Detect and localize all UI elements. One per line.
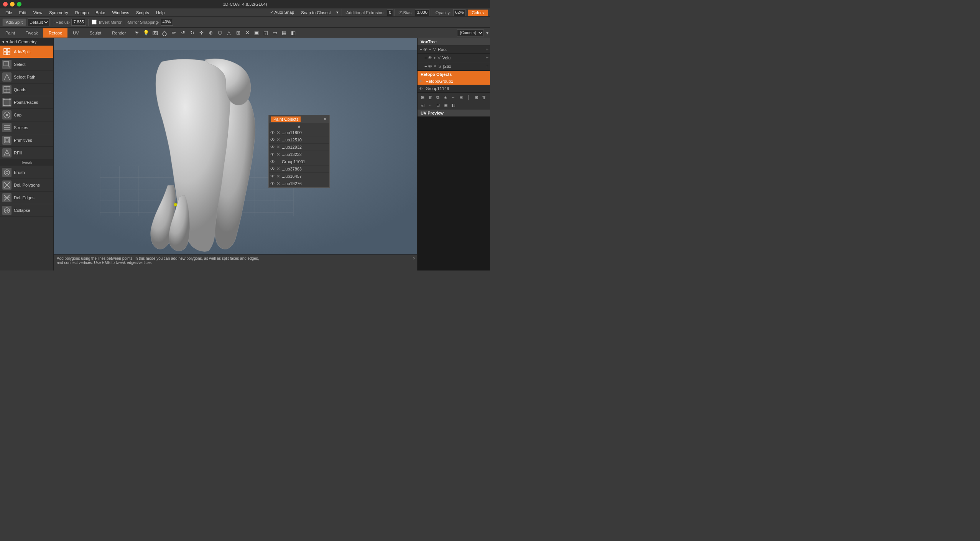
tool-del-edges[interactable]: Del. Edges (0, 192, 53, 204)
radius-value[interactable]: 7.835 (71, 19, 86, 26)
pencil-icon[interactable]: ✏ (169, 29, 178, 37)
popup-eye-5[interactable]: 👁 (270, 166, 275, 172)
minimize-button[interactable] (10, 2, 15, 7)
popup-x-7[interactable]: ✕ (276, 181, 280, 186)
popup-eye-4[interactable]: 👁 (270, 159, 275, 164)
redo-icon[interactable]: ↻ (188, 29, 196, 37)
rt-icon-10[interactable]: ↔ (427, 102, 434, 108)
sun-icon[interactable]: ☀ (133, 29, 141, 37)
tool-points-faces[interactable]: Points/Faces (0, 96, 53, 109)
voxtree-26x-add[interactable]: + (485, 63, 488, 69)
rt-icon-2[interactable]: 🗑 (427, 94, 434, 101)
voxtree-volu[interactable]: − 👁 ● V Volu + (418, 54, 490, 62)
voxtree-root-eye[interactable]: 👁 (423, 47, 428, 52)
tab-sculpt[interactable]: Sculpt (84, 28, 107, 38)
retopo-group1[interactable]: 👁 RetopoGroup1 (418, 78, 490, 85)
light-icon[interactable]: 💡 (142, 29, 150, 37)
move-icon[interactable]: ⊕ (206, 29, 215, 37)
tool-cap[interactable]: Cap (0, 109, 53, 121)
lines-icon[interactable]: ▤ (280, 29, 288, 37)
tool-select-path[interactable]: Select Path (0, 71, 53, 84)
popup-x-2[interactable]: ✕ (276, 144, 280, 150)
rect-icon[interactable]: ▭ (271, 29, 279, 37)
tab-retopo[interactable]: Retopo (43, 28, 67, 38)
triangle-icon[interactable]: △ (225, 29, 233, 37)
tool-brush[interactable]: Brush (0, 166, 53, 179)
split-icon[interactable]: ◧ (289, 29, 298, 37)
voxtree-volu-eye[interactable]: 👁 (428, 56, 432, 60)
menu-symmetry[interactable]: Symmetry (46, 10, 71, 16)
rt-icon-12[interactable]: ▣ (442, 102, 449, 108)
undo-icon[interactable]: ↺ (179, 29, 187, 37)
menu-file[interactable]: File (2, 10, 15, 16)
x-icon[interactable]: ✕ (243, 29, 252, 37)
menu-bake[interactable]: Bake (92, 10, 108, 16)
default-dropdown[interactable]: Default (28, 18, 49, 26)
camera-dropdown-arrow[interactable]: ▾ (486, 30, 488, 36)
popup-x-3[interactable]: ✕ (276, 152, 280, 157)
tab-paint[interactable]: Paint (0, 28, 20, 38)
snap-closest[interactable]: Snap to Closest (298, 10, 334, 16)
popup-eye-2[interactable]: 👁 (270, 144, 275, 150)
rt-icon-5[interactable]: ↔ (450, 94, 457, 101)
add-split-button[interactable]: Add/Split (2, 18, 26, 26)
retopo-group11146[interactable]: 👁 Group11146 (418, 85, 490, 92)
tool-select[interactable]: Select (0, 58, 53, 71)
menu-view[interactable]: View (30, 10, 46, 16)
rt-icon-4[interactable]: ◈ (442, 94, 449, 101)
popup-eye-6[interactable]: 👁 (270, 174, 275, 179)
voxtree-root-add[interactable]: + (485, 46, 488, 52)
popup-x-1[interactable]: ✕ (276, 137, 280, 143)
invert-mirror-checkbox[interactable] (92, 20, 97, 25)
menu-retopo[interactable]: Retopo (72, 10, 92, 16)
rt-icon-8[interactable]: 🗑 (480, 94, 487, 101)
tool-strokes[interactable]: Strokes (0, 121, 53, 134)
popup-eye-7[interactable]: 👁 (270, 181, 275, 186)
menu-scripts[interactable]: Scripts (133, 10, 152, 16)
add-icon[interactable]: ✛ (197, 29, 206, 37)
popup-eye-3[interactable]: 👁 (270, 152, 275, 157)
popup-x-0[interactable]: ✕ (276, 130, 280, 135)
popup-x-5[interactable]: ✕ (276, 166, 280, 172)
rt-icon-3[interactable]: ⧉ (434, 94, 441, 101)
grid-icon[interactable]: ⊞ (234, 29, 242, 37)
voxtree-26x[interactable]: − 👁 ✕ S [26x + (418, 62, 490, 70)
popup-close-button[interactable]: ✕ (323, 116, 327, 122)
rt-icon-9[interactable]: ◱ (419, 102, 426, 108)
rt-icon-11[interactable]: ⊞ (434, 102, 441, 108)
popup-eye-0[interactable]: 👁 (270, 130, 275, 135)
additional-extrusion-value[interactable]: 0 (387, 9, 393, 16)
tab-render[interactable]: Render (107, 28, 131, 38)
square-icon[interactable]: ▣ (252, 29, 261, 37)
tool-primitives[interactable]: Primitives (0, 134, 53, 147)
menu-help[interactable]: Help (153, 10, 168, 16)
menu-windows[interactable]: Windows (109, 10, 132, 16)
voxtree-root[interactable]: − 👁 ● V Root + (418, 45, 490, 54)
rt-icon-6[interactable]: ⊞ (457, 94, 464, 101)
tool-del-polygons[interactable]: Del. Polygons (0, 179, 53, 192)
camera2-icon[interactable] (151, 29, 159, 37)
camera-dropdown[interactable]: [Camera] (457, 30, 484, 36)
rt-icon-13[interactable]: ◧ (450, 102, 457, 108)
mirror-snapping-value[interactable]: 40% (161, 19, 173, 26)
layout-icon[interactable]: ◱ (261, 29, 270, 37)
snap-dropdown[interactable]: ▾ (335, 10, 340, 15)
rt-icon-1[interactable]: ⊞ (419, 94, 426, 101)
tool-rfill[interactable]: RFill (0, 147, 53, 159)
viewport[interactable]: Paint Objects ✕ ▲ 👁 ✕ ...up11800 👁 ✕ ...… (54, 38, 417, 270)
menu-edit[interactable]: Edit (16, 10, 30, 16)
voxtree-26x-eye[interactable]: 👁 (428, 64, 432, 69)
popup-scroll-up[interactable]: ▲ (269, 123, 329, 129)
paint-tab[interactable]: Paint Objects (271, 116, 301, 122)
tab-uv[interactable]: UV (67, 28, 84, 38)
popup-eye-1[interactable]: 👁 (270, 137, 275, 143)
opacity-value[interactable]: 62% (453, 9, 465, 16)
tool-collapse[interactable]: Collapse (0, 204, 53, 217)
close-button[interactable] (3, 2, 8, 7)
voxtree-volu-add[interactable]: + (485, 55, 488, 61)
tool-add-split[interactable]: Add/Split (0, 46, 53, 58)
auto-snap[interactable]: ✓ Auto Snap (267, 9, 297, 16)
tool-quads[interactable]: Quads (0, 84, 53, 96)
rt-icon-7[interactable]: ⊞ (473, 94, 480, 101)
info-close-button[interactable]: ✕ (413, 256, 416, 261)
